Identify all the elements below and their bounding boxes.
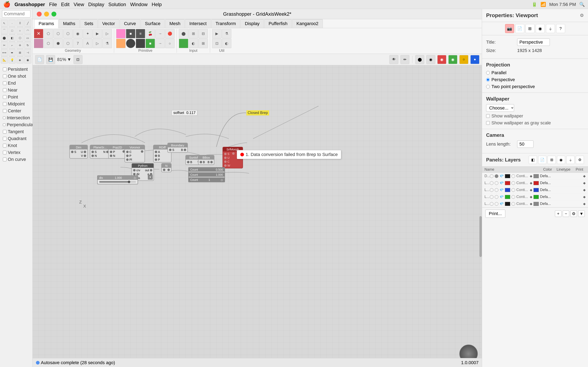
menu-display[interactable]: Display	[88, 2, 104, 7]
layers-icon-1[interactable]: ◧	[529, 156, 537, 164]
slider-dis-thumb[interactable]	[128, 181, 130, 183]
app-name[interactable]: Grasshopper	[15, 2, 45, 7]
display-btn4[interactable]: ◉	[448, 55, 457, 64]
gh-canvas[interactable]: Dim S U V PlaneSr... S N	[33, 65, 482, 367]
layers-icon-2[interactable]: 📄	[538, 156, 546, 164]
snap-tangent-checkbox[interactable]	[3, 130, 7, 133]
comp-util2[interactable]: ⚗	[222, 29, 231, 38]
comp-arrow[interactable]: ▶	[93, 29, 102, 38]
soffset-node[interactable]: soffset 0.117	[172, 110, 198, 116]
title-input[interactable]	[517, 39, 550, 46]
comp-input5[interactable]: ◐	[189, 39, 198, 48]
comp-star[interactable]: ✦	[83, 29, 92, 38]
layer-end-dropdown-4[interactable]: ◆	[583, 202, 586, 206]
count-node-3[interactable]: Count 1 ◇	[188, 177, 225, 182]
layers-icon-3[interactable]: ⊞	[548, 156, 556, 164]
layer-dropdown-3[interactable]: ◆	[530, 195, 532, 199]
view-btn2[interactable]: ✏	[400, 55, 409, 64]
snap-vertex[interactable]: Vertex	[2, 149, 31, 156]
snap-perpendicular-checkbox[interactable]	[3, 123, 6, 127]
scrollbar-thumb[interactable]	[479, 216, 482, 257]
zoom-dropdown[interactable]: ▼	[67, 57, 71, 62]
snap-midpoint[interactable]: Midpoint	[2, 100, 31, 108]
menu-view[interactable]: View	[73, 2, 84, 7]
comp-cherry[interactable]: 🍒	[146, 29, 155, 38]
comp-input4[interactable]	[179, 39, 188, 48]
layer-dropdown-1[interactable]: ◆	[530, 181, 532, 185]
fit-view-btn[interactable]: ⊡	[73, 55, 82, 64]
tool-line[interactable]: ╱	[24, 20, 31, 27]
tool-dimension[interactable]: ⊣	[24, 49, 31, 56]
zoom-out-btn[interactable]: −	[563, 210, 569, 217]
snap-knot[interactable]: Knot	[2, 142, 31, 149]
wallpaper-select[interactable]: Choose...	[486, 104, 514, 112]
view-btn1[interactable]: 👁	[389, 55, 398, 64]
layer-end-dropdown-1[interactable]: ◆	[583, 181, 586, 185]
menu-file[interactable]: File	[49, 2, 57, 7]
tool-analyze[interactable]: 📐	[1, 57, 8, 63]
comp-hex3[interactable]: ⬢	[53, 39, 63, 48]
apple-menu[interactable]: 🍎	[3, 1, 10, 8]
layer-row-0[interactable]: D... 💎 Conti... ◆ Defa... ◆	[482, 173, 588, 180]
panel-camera-btn[interactable]: 📷	[505, 24, 514, 33]
node-voronoi[interactable]: Voronoi C P Pl	[125, 145, 145, 162]
tab-params[interactable]: Params	[34, 19, 58, 28]
layer-row-4[interactable]: L... 💎 Conti... ◆ Defa... ◆	[482, 200, 588, 207]
tool-trim[interactable]: ✂	[1, 42, 8, 49]
layer-dropdown-2[interactable]: ◆	[530, 188, 532, 192]
layer-dropdown-0[interactable]: ◆	[530, 174, 532, 178]
panel-help-btn[interactable]: ?	[556, 24, 565, 33]
lens-length-input[interactable]	[517, 141, 534, 148]
layer-end-dropdown-3[interactable]: ◆	[583, 195, 586, 199]
display-btn6[interactable]: ●	[470, 55, 479, 64]
snap-near[interactable]: Near	[2, 87, 31, 94]
snap-vertex-checkbox[interactable]	[3, 151, 7, 154]
new-file-btn[interactable]: 📄	[35, 55, 44, 64]
tool-point[interactable]: ·	[9, 20, 16, 27]
layers-icon-4[interactable]: ◉	[557, 156, 565, 164]
comp-arrow2[interactable]: ▷	[93, 39, 102, 48]
show-grayscale-row[interactable]: Show wallpaper as gray scale	[486, 120, 584, 125]
snap-midpoint-checkbox[interactable]	[3, 102, 7, 106]
comp-ball[interactable]: 🔴	[165, 29, 174, 38]
projection-parallel[interactable]: Parallel	[486, 70, 584, 75]
comp-circle-hollow[interactable]: ○	[165, 39, 174, 48]
tool-array[interactable]: ⊞	[17, 49, 24, 56]
layer-end-dropdown-2[interactable]: ◆	[583, 188, 586, 192]
comp-util1[interactable]: ▶	[212, 29, 222, 38]
comp-grid[interactable]	[116, 29, 126, 38]
comp-input3[interactable]: ⊟	[199, 29, 208, 38]
comp-circle-dark[interactable]	[126, 39, 135, 48]
close-button[interactable]	[37, 12, 42, 17]
projection-twopoint-radio[interactable]	[486, 85, 490, 89]
tool-circle[interactable]: ○	[17, 27, 24, 34]
comp-orange[interactable]	[116, 39, 126, 48]
tab-maths[interactable]: Maths	[59, 19, 80, 28]
layer-dropdown-4[interactable]: ◆	[530, 202, 532, 206]
comp-input1[interactable]: ⬤	[179, 29, 188, 38]
comp-x[interactable]: ✕	[34, 29, 43, 38]
comp-util3[interactable]: ⊡	[212, 39, 222, 48]
snap-end-checkbox[interactable]	[3, 81, 7, 85]
save-btn[interactable]: 💾	[46, 55, 55, 64]
layers-icon-5[interactable]: ⏚	[566, 156, 575, 164]
comp-numA[interactable]: A	[83, 39, 92, 48]
tab-pufferfish[interactable]: Pufferfish	[264, 19, 292, 28]
menu-solution[interactable]: Solution	[108, 2, 126, 7]
comp-hex2[interactable]: ⬡	[44, 39, 53, 48]
tool-layer[interactable]: ◈	[17, 57, 24, 63]
comp-input6[interactable]: ⊞	[199, 39, 208, 48]
tab-kangaroo2[interactable]: Kangaroo2	[292, 19, 323, 28]
tool-material[interactable]: ◉	[24, 57, 31, 63]
node-boundary[interactable]: Boundary S B	[167, 143, 188, 153]
tab-curve[interactable]: Curve	[120, 19, 140, 28]
tab-transform[interactable]: Transform	[211, 19, 240, 28]
tab-sets[interactable]: Sets	[80, 19, 98, 28]
node-planesrf[interactable]: PlaneSr... S N N	[90, 145, 110, 159]
snap-oncurve-checkbox[interactable]	[3, 158, 7, 161]
projection-parallel-radio[interactable]	[486, 71, 490, 75]
comp-num7[interactable]: 7	[73, 39, 82, 48]
comp-arrow4[interactable]: →	[155, 39, 165, 48]
tool-render[interactable]: 💡	[9, 57, 16, 63]
layer-end-dropdown-0[interactable]: ◆	[583, 174, 586, 178]
